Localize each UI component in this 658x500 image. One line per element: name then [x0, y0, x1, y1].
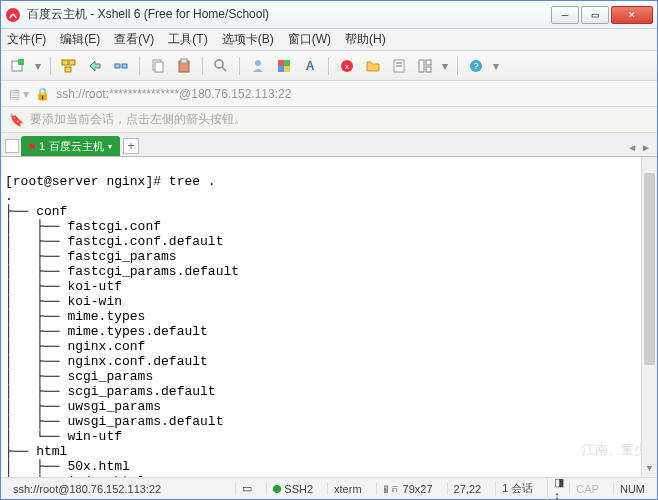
status-position: 27,22	[447, 483, 488, 495]
svg-rect-16	[284, 60, 290, 66]
status-cell: ▭	[235, 482, 258, 495]
svg-rect-2	[18, 59, 24, 65]
profile-button[interactable]	[247, 55, 269, 77]
menu-file[interactable]: 文件(F)	[7, 31, 46, 48]
menubar: 文件(F) 编辑(E) 查看(V) 工具(T) 选项卡(B) 窗口(W) 帮助(…	[1, 29, 657, 51]
tab-nav: ◄ ►	[627, 142, 651, 153]
address-text[interactable]: ssh://root:***************@180.76.152.11…	[56, 87, 649, 101]
watermark: 江南、董少	[582, 442, 647, 457]
status-dot-icon	[29, 143, 35, 149]
tab-bar: 1 百度云主机 ▾ + ◄ ►	[1, 133, 657, 157]
menu-help[interactable]: 帮助(H)	[345, 31, 386, 48]
tab-label: 百度云主机	[49, 139, 104, 154]
tab-list-button[interactable]	[5, 139, 19, 153]
find-button[interactable]	[210, 55, 232, 77]
status-cap: CAP	[569, 483, 605, 495]
status-sessions: 1 会话	[495, 481, 539, 496]
svg-rect-5	[65, 67, 71, 72]
status-protocol: SSH2	[266, 483, 319, 495]
reconnect-button[interactable]	[84, 55, 106, 77]
window-controls: ─ ▭ ✕	[551, 6, 653, 24]
command: tree .	[169, 174, 216, 189]
sessions-button[interactable]	[58, 55, 80, 77]
hint-bar: 🔖 要添加当前会话，点击左侧的箭头按钮。	[1, 107, 657, 133]
terminal[interactable]: [root@server nginx]# tree . . ├── conf │…	[1, 157, 657, 477]
minimize-button[interactable]: ─	[551, 6, 579, 24]
separator	[239, 57, 240, 75]
svg-rect-11	[181, 59, 187, 63]
hint-text: 要添加当前会话，点击左侧的箭头按钮。	[30, 111, 246, 128]
app-icon	[5, 7, 21, 23]
status-termtype: xterm	[327, 483, 368, 495]
svg-rect-18	[284, 66, 290, 72]
status-divider: ◨ ↕	[547, 476, 561, 500]
tab-next-button[interactable]: ►	[641, 142, 651, 153]
menu-tab[interactable]: 选项卡(B)	[222, 31, 274, 48]
svg-rect-26	[426, 67, 431, 72]
svg-rect-25	[426, 60, 431, 65]
svg-rect-15	[278, 60, 284, 66]
svg-rect-9	[155, 62, 163, 72]
status-dot-icon	[273, 485, 281, 493]
window-title: 百度云主机 - Xshell 6 (Free for Home/School)	[27, 6, 551, 23]
scroll-thumb[interactable]	[644, 173, 655, 365]
session-tab[interactable]: 1 百度云主机 ▾	[21, 136, 120, 156]
status-size: �ត 79x27	[376, 483, 439, 495]
new-tab-button[interactable]: +	[123, 138, 139, 154]
dropdown-icon[interactable]: ▾	[440, 55, 450, 77]
font-button[interactable]: A	[299, 55, 321, 77]
maximize-button[interactable]: ▭	[581, 6, 609, 24]
separator	[50, 57, 51, 75]
separator	[457, 57, 458, 75]
terminal-output: . ├── conf │ ├── fastcgi.conf │ ├── fast…	[5, 189, 239, 477]
toolbar: ▾ A x ▾ ? ▾	[1, 51, 657, 81]
separator	[328, 57, 329, 75]
svg-point-14	[255, 60, 261, 66]
svg-rect-3	[62, 60, 68, 65]
tab-menu-icon[interactable]: ▾	[108, 142, 112, 151]
svg-point-12	[215, 60, 223, 68]
svg-rect-7	[122, 64, 127, 68]
tile-button[interactable]	[414, 55, 436, 77]
svg-rect-4	[69, 60, 75, 65]
tab-index: 1	[39, 140, 45, 152]
scrollbar[interactable]: ▲ ▼	[641, 157, 657, 477]
color-button[interactable]	[273, 55, 295, 77]
paste-button[interactable]	[173, 55, 195, 77]
menu-window[interactable]: 窗口(W)	[288, 31, 331, 48]
menu-edit[interactable]: 编辑(E)	[60, 31, 100, 48]
tab-prev-button[interactable]: ◄	[627, 142, 637, 153]
help-button[interactable]: ?	[465, 55, 487, 77]
scroll-down-button[interactable]: ▼	[642, 461, 657, 477]
dropdown-icon[interactable]: ▾	[33, 55, 43, 77]
separator	[139, 57, 140, 75]
prompt: [root@server nginx]#	[5, 174, 169, 189]
svg-line-13	[222, 67, 226, 71]
svg-text:x: x	[345, 62, 349, 71]
folder-button[interactable]	[362, 55, 384, 77]
svg-rect-24	[419, 60, 424, 72]
dropdown-icon[interactable]: ▾	[491, 55, 501, 77]
app-window: 百度云主机 - Xshell 6 (Free for Home/School) …	[0, 0, 658, 500]
bookmark-icon[interactable]: 🔖	[9, 113, 24, 127]
address-bar: ▤ ▾ 🔒 ssh://root:***************@180.76.…	[1, 81, 657, 107]
script-button[interactable]	[388, 55, 410, 77]
svg-rect-17	[278, 66, 284, 72]
menu-tools[interactable]: 工具(T)	[168, 31, 207, 48]
status-connection: ssh://root@180.76.152.113:22	[7, 483, 227, 495]
separator	[202, 57, 203, 75]
new-session-button[interactable]	[7, 55, 29, 77]
lock-icon: 🔒	[35, 87, 50, 101]
status-bar: ssh://root@180.76.152.113:22 ▭ SSH2 xter…	[1, 477, 657, 499]
disconnect-button[interactable]	[110, 55, 132, 77]
status-num: NUM	[613, 483, 651, 495]
titlebar: 百度云主机 - Xshell 6 (Free for Home/School) …	[1, 1, 657, 29]
close-button[interactable]: ✕	[611, 6, 653, 24]
xftp-button[interactable]: x	[336, 55, 358, 77]
svg-rect-6	[115, 64, 120, 68]
addr-tool-icon[interactable]: ▤ ▾	[9, 87, 29, 101]
copy-button[interactable]	[147, 55, 169, 77]
svg-text:?: ?	[473, 61, 478, 71]
menu-view[interactable]: 查看(V)	[114, 31, 154, 48]
